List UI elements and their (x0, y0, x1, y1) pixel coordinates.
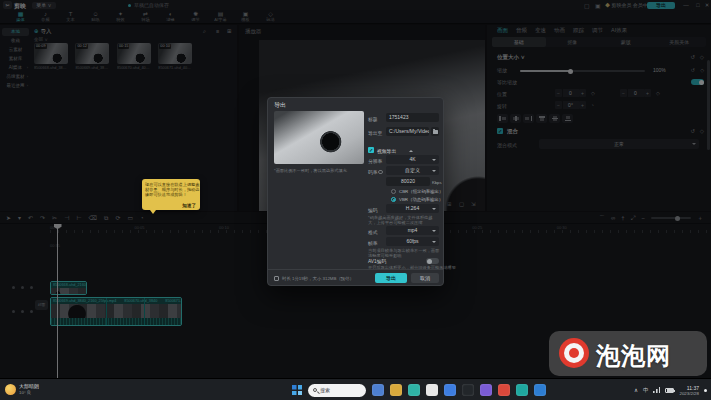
cbr-label: CBR（恒定码率输出） (399, 189, 443, 194)
taskbar-clock[interactable]: 11:37 2023/2/28 (679, 385, 699, 396)
codec-select[interactable]: H.264 (386, 204, 439, 213)
chevron-down-icon (432, 208, 436, 210)
ime-indicator[interactable]: 中 (643, 387, 649, 394)
bitrate-input[interactable]: 80020 (386, 177, 430, 186)
capcut-window: ✂ 剪映 菜单 ∨ 草稿已自动保存 ▢ ▣ ◆ 剪映会员 会员中心 导出 — □… (0, 0, 711, 400)
network-icon[interactable] (653, 387, 660, 393)
path-input[interactable]: C:/Users/My/Videos/JianyingPro… (386, 127, 429, 136)
store-icon[interactable] (444, 384, 456, 396)
av1-toggle[interactable] (426, 258, 439, 264)
paopao-logo-icon (559, 338, 589, 368)
export-confirm-button[interactable]: 导出 (375, 273, 407, 283)
resolution-label: 分辨率 (368, 158, 382, 164)
paopao-watermark: 泡泡网 (549, 331, 707, 376)
tray-expand-icon[interactable]: ∧ (634, 387, 638, 393)
app-red-icon[interactable] (498, 384, 510, 396)
weather-detail: 10° 良 (19, 390, 31, 395)
bitrate-label: 码率 (368, 169, 378, 175)
tooltip-got-it-button[interactable]: 知道了 (182, 203, 196, 208)
fps-hint: 当前项目帧率与导出帧率不一致，画面流畅度可能受影响 (368, 248, 440, 258)
vscode-icon[interactable] (534, 384, 546, 396)
cbr-radio[interactable] (391, 189, 396, 194)
chevron-down-icon (432, 230, 436, 232)
battery-icon[interactable] (665, 388, 674, 393)
system-tray: ∧ 中 11:37 2023/2/28 (634, 379, 707, 400)
notification-dot[interactable] (704, 389, 707, 392)
chevron-down-icon (432, 170, 436, 172)
watermark-text: 泡泡网 (596, 340, 671, 372)
video-export-label: 视频导出 (377, 148, 396, 154)
export-preview-caption: *画面比例不一致时，将以黑边形式填充 (274, 168, 347, 173)
weather-condition[interactable]: 大部晴朗 (19, 383, 39, 389)
task-view-icon[interactable] (372, 384, 384, 396)
vbr-label: VBR（动态码率输出） (399, 197, 443, 202)
name-label: 标题 (368, 116, 378, 122)
taskbar-search[interactable]: 搜索 (308, 384, 366, 397)
search-icon (313, 388, 317, 392)
folder-icon (433, 130, 438, 134)
resolution-select[interactable]: 4K (386, 155, 439, 164)
path-label: 导出至 (368, 130, 382, 136)
video-export-checkbox[interactable]: ✓ (368, 147, 374, 153)
fps-label: 帧率 (368, 240, 378, 246)
edge-icon[interactable] (408, 384, 420, 396)
format-label: 格式 (368, 229, 378, 235)
bitrate-mode-select[interactable]: 自定义 (386, 166, 439, 175)
photos-icon[interactable] (480, 384, 492, 396)
bitrate-unit: Kbps (432, 180, 442, 185)
codec-label: 编码 (368, 207, 378, 213)
weather-icon[interactable] (5, 384, 16, 395)
export-meta-info: 时长 1分19秒，大小 312MB（预估） (282, 276, 354, 281)
name-input[interactable]: 1751423 (386, 113, 439, 122)
fps-select[interactable]: 60fps (386, 237, 439, 246)
taskbar-center: 搜索 (292, 379, 546, 400)
file-explorer-icon[interactable] (390, 384, 402, 396)
export-preview (274, 111, 364, 164)
info-icon (378, 170, 383, 175)
export-dialog: 导出 *画面比例不一致时，将以黑边形式填充 标题 1751423 导出至 C:/… (267, 97, 444, 286)
codec-hint: *码率越高画质越好，文件体积也越大，上传平台可能被二次压缩 (368, 215, 440, 225)
tutorial-tooltip: 现在可以直接在轨道上调整素 材音量、顺序与时长，拖动边 缘即可快速完成剪辑！ 知… (142, 179, 200, 210)
folder-browse-button[interactable] (431, 127, 439, 136)
vbr-radio[interactable] (391, 197, 396, 202)
format-select[interactable]: mp4 (386, 226, 439, 235)
dialog-title: 导出 (274, 101, 286, 110)
chevron-down-icon (432, 159, 436, 161)
app-teal-icon[interactable] (516, 384, 528, 396)
export-cancel-button[interactable]: 取消 (411, 273, 439, 283)
duration-icon (274, 276, 279, 281)
start-button[interactable] (292, 385, 302, 395)
collapse-chevron-icon[interactable] (409, 150, 413, 152)
windows-taskbar: 大部晴朗 10° 良 搜索 (0, 378, 711, 400)
chrome-icon[interactable] (426, 384, 438, 396)
chevron-down-icon (432, 241, 436, 243)
av1-label: AV1编码 (368, 258, 386, 264)
capcut-icon[interactable] (462, 384, 474, 396)
